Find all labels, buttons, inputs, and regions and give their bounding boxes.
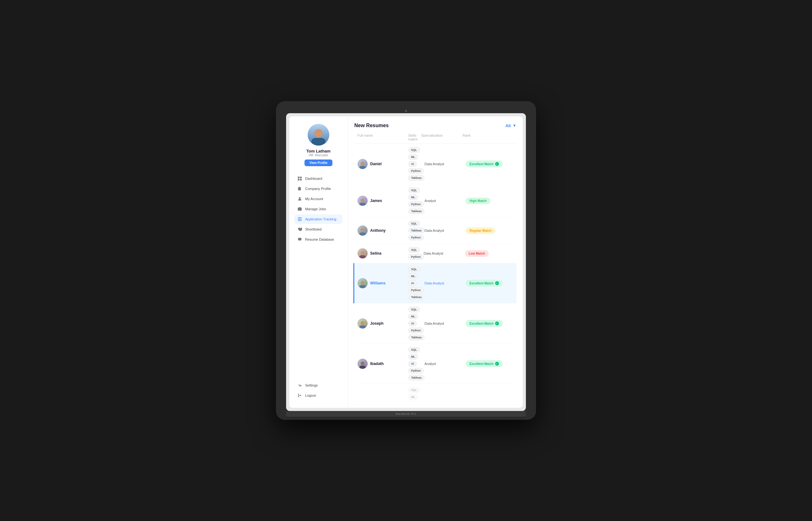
table-row-selected[interactable]: Williams SQL ML AI Python Tableau Data A… [353, 263, 516, 303]
table-container: Full name Skills match Specialization Ra… [354, 134, 516, 402]
candidate-name: Anthony [370, 228, 386, 233]
candidate-info: Daniel [358, 159, 408, 169]
skill-tag: Python [408, 201, 424, 207]
avatar [358, 225, 368, 235]
avatar-body [312, 138, 325, 145]
candidate-name: James [370, 199, 382, 203]
profile-role: HR -Recruiter [309, 154, 328, 157]
sidebar-item-manage-jobs[interactable]: Manage Jobs [294, 204, 342, 214]
screen-inner: Tom Latham HR -Recruiter View Profile Da… [286, 113, 526, 411]
candidate-name: Daniel [370, 162, 382, 166]
sidebar-item-resume-database-label: Resume Database [305, 237, 334, 241]
skill-tag: AI [408, 361, 417, 367]
svg-rect-6 [298, 219, 302, 220]
profile-name: Tom Latham [307, 149, 331, 154]
skill-tag: Python [408, 287, 424, 293]
skill-tag: SQL [408, 387, 420, 393]
skill-tag: Python [408, 235, 424, 240]
sidebar-item-logout[interactable]: Logout [294, 391, 342, 400]
sidebar-item-resume-database[interactable]: Resume Database [294, 235, 342, 244]
rank-badge: Excellent Match ✓ [466, 280, 516, 287]
camera-dot [405, 110, 407, 112]
skills-container: SQL Tableau Python [408, 221, 424, 240]
skill-tag: Tableau [408, 294, 424, 300]
rank-badge: Excellent Match ✓ [466, 360, 516, 367]
candidate-name: Ibadath [370, 362, 384, 366]
rank-excellent-badge: Excellent Match ✓ [466, 280, 503, 287]
skill-tag: Python [408, 254, 424, 260]
main-content: New Resumes All ▼ Full name Skills match… [348, 116, 523, 408]
section-title: New Resumes [354, 123, 389, 129]
laptop-frame: Tom Latham HR -Recruiter View Profile Da… [276, 101, 536, 420]
skill-tag: SQL [408, 307, 420, 312]
candidate-name: Joseph [370, 321, 383, 326]
skill-tag: Python [408, 368, 424, 373]
table-row[interactable]: James SQL ML Python Tableau Analyst [354, 184, 516, 218]
rank-high-badge: High Match [466, 198, 490, 204]
heart-icon [297, 227, 302, 231]
table-row[interactable]: Joseph SQL ML AI Python Tableau Data Ana… [354, 303, 516, 344]
rank-low-badge: Low Match [465, 250, 489, 257]
table-row[interactable]: Daniel SQL ML AI Python Tableau Data Ana… [354, 144, 516, 184]
sidebar-item-settings-label: Settings [305, 383, 318, 387]
laptop-screen: Tom Latham HR -Recruiter View Profile Da… [286, 113, 526, 411]
filter-button[interactable]: All ▼ [505, 123, 516, 128]
table-row[interactable]: Ibadath SQL ML AI Python Tableau Analyst [354, 344, 516, 384]
filter-label: All [505, 123, 511, 128]
sidebar-item-company-profile[interactable]: Company Profile [294, 184, 342, 194]
logout-icon [297, 393, 302, 398]
specialization: Data Analyst [424, 162, 466, 166]
skills-container: SQL ML [408, 387, 421, 400]
sidebar: Tom Latham HR -Recruiter View Profile Da… [289, 116, 348, 408]
rank-excellent-badge: Excellent Match ✓ [466, 160, 503, 167]
col-header-specialization: Specialization [421, 134, 463, 141]
skill-tag: Python [408, 168, 424, 174]
skill-tag: Python [408, 327, 424, 333]
laptop-bottom [286, 417, 526, 420]
svg-rect-2 [298, 179, 299, 180]
sidebar-item-application-tracking[interactable]: Application Tracking [294, 214, 342, 224]
avatar [358, 278, 368, 288]
main-header: New Resumes All ▼ [354, 123, 516, 129]
app-container: Tom Latham HR -Recruiter View Profile Da… [289, 116, 523, 408]
grid-icon [297, 176, 302, 181]
sidebar-item-settings[interactable]: Settings [294, 381, 342, 390]
laptop-label: MacBook Pro [396, 412, 416, 415]
svg-rect-3 [300, 179, 302, 180]
rank-badge: Low Match [465, 250, 516, 257]
candidate-info: Anthony [358, 225, 408, 235]
table-row[interactable]: Selina SQL Python Data Analyst Low Match [354, 244, 516, 263]
sidebar-item-dashboard[interactable]: Dashboard [294, 174, 342, 183]
skill-tag: Tableau [408, 228, 424, 233]
table-row[interactable]: Anthony SQL Tableau Python Data Analyst … [354, 218, 516, 244]
col-header-skills: Skills match [408, 134, 421, 141]
skill-tag: AI [408, 280, 417, 286]
avatar [358, 359, 368, 369]
skills-container: SQL ML AI Python Tableau [408, 266, 424, 300]
check-icon: ✓ [495, 281, 499, 285]
skills-container: SQL ML AI Python Tableau [408, 307, 424, 340]
database-icon [297, 237, 302, 242]
rank-excellent-badge: Excellent Match ✓ [466, 320, 503, 327]
svg-rect-0 [298, 177, 299, 178]
sidebar-item-shortlisted-label: Shortlisted [305, 227, 322, 231]
candidate-info: James [358, 196, 408, 206]
rank-regular-badge: Regular Match [466, 227, 495, 234]
skill-tag: ML [408, 314, 418, 319]
sidebar-item-shortlisted[interactable]: Shortlisted [294, 225, 342, 234]
specialization: Data Analyst [424, 281, 466, 285]
chevron-down-icon: ▼ [513, 123, 516, 128]
sidebar-item-my-account[interactable]: My Account [294, 194, 342, 204]
rank-badge: Excellent Match ✓ [466, 160, 516, 167]
view-profile-button[interactable]: View Profile [304, 159, 333, 166]
candidate-info: Williams [358, 278, 408, 288]
skills-container: SQL ML AI Python Tableau [408, 147, 424, 181]
candidate-name: Selina [370, 251, 381, 255]
skill-tag: SQL [408, 221, 420, 226]
specialization: Analyst [424, 362, 466, 366]
skill-tag: SQL [408, 247, 420, 253]
avatar-head [314, 129, 322, 137]
skills-container: SQL Python [408, 247, 424, 260]
svg-point-4 [299, 197, 300, 199]
skill-tag: AI [408, 161, 417, 167]
